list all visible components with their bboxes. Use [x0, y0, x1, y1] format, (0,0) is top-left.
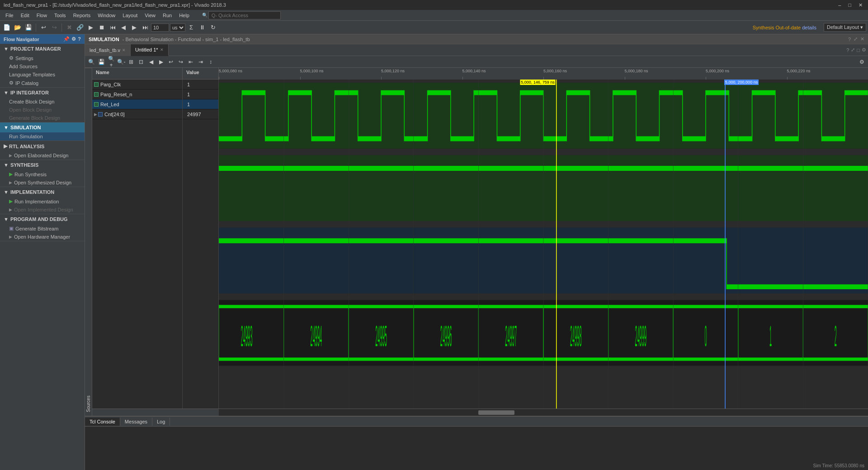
flow-nav-help[interactable]: ? [78, 36, 81, 42]
tb-btn-6[interactable]: ⏹ [97, 23, 107, 33]
layout-selector[interactable]: Default Layout ▾ [824, 23, 866, 32]
details-link[interactable]: details [802, 25, 816, 30]
sim-header-close[interactable]: ✕ [860, 36, 864, 42]
section-project-manager-header[interactable]: ▼ PROJECT MANAGER [0, 44, 85, 54]
chevron-down-icon-5: ▼ [4, 189, 9, 195]
scrollbar-thumb[interactable] [478, 410, 514, 415]
nav-add-sources[interactable]: Add Sources [0, 62, 85, 70]
signal-name-parg-clk: Parg_Clk [100, 82, 121, 87]
signal-values-column: 1 1 1 24997 [183, 80, 219, 409]
tb-btn-9[interactable]: ▶ [129, 23, 139, 33]
svg-text:24997: 24997 [505, 320, 517, 352]
content-area: SIMULATION - Behavioral Simulation - Fun… [85, 34, 868, 470]
sim-zoom-full[interactable]: ⊡ [137, 57, 146, 66]
sim-btn-11[interactable]: ⇤ [186, 57, 195, 66]
section-implementation-header[interactable]: ▼ IMPLEMENTATION [0, 187, 85, 197]
sim-save-button[interactable]: 💾 [97, 57, 106, 66]
section-ip-integrator-header[interactable]: ▼ IP INTEGRATOR [0, 88, 85, 98]
expand-cnt-icon[interactable]: ▶ [94, 112, 97, 117]
sim-zoom-fit[interactable]: ⊞ [127, 57, 136, 66]
tb-btn-5[interactable]: ▶ [86, 23, 96, 33]
undo-button[interactable]: ↩ [38, 23, 48, 33]
nav-run-implementation[interactable]: ▶ Run Implementation [0, 197, 85, 206]
tab-close-icon-2[interactable]: ✕ [160, 47, 164, 52]
sim-header-help[interactable]: ? [848, 37, 851, 42]
nav-run-simulation[interactable]: Run Simulation [0, 132, 85, 141]
waveform-display[interactable]: 24993 24994 24995 24996 24997 24998 2499… [219, 80, 868, 409]
menu-window[interactable]: Window [94, 12, 119, 19]
menu-layout[interactable]: Layout [119, 12, 141, 19]
flow-navigator: Flow Navigator 📌 ⚙ ? ▼ PROJECT MANAGER ⚙… [0, 34, 85, 470]
tab-messages[interactable]: Messages [120, 418, 152, 426]
section-program-debug-header[interactable]: ▼ PROGRAM AND DEBUG [0, 214, 85, 224]
menu-run[interactable]: Run [159, 12, 175, 19]
sim-btn-12[interactable]: ⇥ [196, 57, 205, 66]
section-rtl-analysis-header[interactable]: ▶ RTL ANALYSIS [0, 141, 85, 151]
quick-access-input[interactable] [208, 11, 281, 19]
nav-create-block-design[interactable]: Create Block Design [0, 98, 85, 106]
tab-settings[interactable]: ⚙ [862, 47, 866, 53]
tb-btn-8[interactable]: ◀ [118, 23, 128, 33]
nav-settings[interactable]: ⚙ Settings [0, 54, 85, 62]
name-col-label: Name [96, 70, 109, 75]
maximize-button[interactable]: □ [846, 2, 853, 8]
flow-nav-settings[interactable]: ⚙ [71, 36, 76, 42]
new-button[interactable]: 📄 [2, 23, 12, 33]
nav-run-synthesis[interactable]: ▶ Run Synthesis [0, 170, 85, 179]
nav-open-synthesized-design[interactable]: ▶ Open Synthesized Design [0, 179, 85, 187]
nav-open-hardware-manager[interactable]: ▶ Open Hardware Manager [0, 233, 85, 241]
tb-pause-button[interactable]: ⏸ [197, 23, 207, 33]
sim-btn-13[interactable]: ↕ [206, 57, 215, 66]
sim-zoom-out[interactable]: 🔍- [117, 57, 126, 66]
section-simulation-header[interactable]: ▼ SIMULATION [0, 122, 85, 132]
tab-maximize[interactable]: □ [857, 47, 860, 53]
tab-led-flash-tb[interactable]: led_flash_tb.v ✕ [85, 44, 131, 56]
left-panel: Sources Objects [85, 68, 92, 416]
sim-btn-9[interactable]: ↩ [166, 57, 175, 66]
section-synthesis-header[interactable]: ▼ SYNTHESIS [0, 160, 85, 170]
horizontal-scrollbar[interactable] [219, 409, 868, 416]
sim-header-expand[interactable]: ⤢ [854, 36, 858, 42]
tb-btn-4[interactable]: 🔗 [75, 23, 85, 33]
menu-view[interactable]: View [141, 12, 159, 19]
minimize-button[interactable]: – [836, 2, 843, 8]
tab-log[interactable]: Log [152, 418, 170, 426]
sim-next[interactable]: ▶ [156, 57, 165, 66]
menu-file[interactable]: File [2, 12, 17, 19]
menu-reports[interactable]: Reports [70, 12, 94, 19]
tb-btn-3[interactable]: ✖ [64, 23, 74, 33]
nav-language-templates[interactable]: Language Templates [0, 70, 85, 79]
tb-btn-10[interactable]: ⏭ [140, 23, 150, 33]
sim-btn-10[interactable]: ↪ [176, 57, 185, 66]
tab-help[interactable]: ? [846, 47, 849, 53]
menu-tools[interactable]: Tools [51, 12, 70, 19]
close-button[interactable]: ✕ [857, 2, 864, 8]
sim-prev[interactable]: ◀ [146, 57, 156, 66]
signal-row-cnt[interactable]: ▶ Cnt[24:0] [92, 109, 182, 119]
sources-tab[interactable]: Sources [85, 68, 92, 416]
tab-untitled-1[interactable]: Untitled 1* ✕ [131, 44, 169, 56]
tab-close-icon[interactable]: ✕ [122, 48, 126, 52]
sim-settings-button[interactable]: ⚙ [857, 57, 866, 66]
sim-zoom-in[interactable]: 🔍+ [107, 57, 116, 66]
redo-button[interactable]: ↪ [49, 23, 59, 33]
nav-open-elaborated-design[interactable]: ▶ Open Elaborated Design [0, 151, 85, 160]
menu-flow[interactable]: Flow [33, 12, 51, 19]
time-value-input[interactable] [151, 24, 169, 32]
tab-expand[interactable]: ⤢ [851, 47, 855, 53]
save-button[interactable]: 💾 [24, 23, 33, 33]
nav-generate-bitstream[interactable]: ▣ Generate Bitstream [0, 224, 85, 233]
menu-help[interactable]: Help [175, 12, 193, 19]
flow-nav-pin[interactable]: 📌 [63, 36, 70, 42]
nav-ip-catalog[interactable]: ⚙ IP Catalog [0, 79, 85, 87]
open-button[interactable]: 📂 [13, 23, 23, 33]
main-container: Flow Navigator 📌 ⚙ ? ▼ PROJECT MANAGER ⚙… [0, 34, 868, 470]
waveform-svg: 24993 24994 24995 24996 24997 24998 2499… [219, 80, 868, 409]
tb-refresh-button[interactable]: ↻ [208, 23, 218, 33]
time-unit-select[interactable]: us ns ps [170, 24, 185, 32]
tab-tcl-console[interactable]: Tcl Console [85, 418, 120, 426]
tb-btn-7[interactable]: ⏮ [108, 23, 118, 33]
menu-edit[interactable]: Edit [17, 12, 33, 19]
sim-search-button[interactable]: 🔍 [87, 57, 96, 66]
tb-btn-sigma[interactable]: Σ [186, 23, 196, 33]
